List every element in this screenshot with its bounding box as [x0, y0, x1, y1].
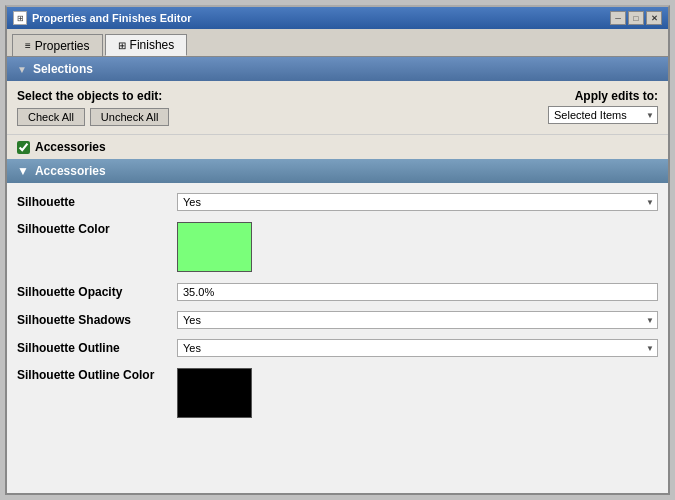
title-buttons: ─ □ ✕ — [610, 11, 662, 25]
silhouette-shadows-dropdown[interactable]: Yes No — [177, 311, 658, 329]
silhouette-color-label: Silhouette Color — [17, 222, 177, 236]
accessories-checkbox[interactable] — [17, 141, 30, 154]
silhouette-opacity-row: Silhouette Opacity — [7, 278, 668, 306]
selections-header: ▼ Selections — [7, 57, 668, 81]
silhouette-outline-value: Yes No — [177, 339, 658, 357]
selection-buttons: Check All Uncheck All — [17, 108, 169, 126]
accessories-section-header: ▼ Accessories — [7, 159, 668, 183]
silhouette-value: Yes No — [177, 193, 658, 211]
silhouette-dropdown-wrapper: Yes No — [177, 193, 658, 211]
silhouette-shadows-label: Silhouette Shadows — [17, 313, 177, 327]
tabs-bar: ≡ Properties ⊞ Finishes — [7, 29, 668, 57]
tab-properties-label: Properties — [35, 39, 90, 53]
window-icon: ⊞ — [13, 11, 27, 25]
maximize-button[interactable]: □ — [628, 11, 644, 25]
silhouette-opacity-label: Silhouette Opacity — [17, 285, 177, 299]
silhouette-shadows-row: Silhouette Shadows Yes No — [7, 306, 668, 334]
silhouette-outline-row: Silhouette Outline Yes No — [7, 334, 668, 362]
properties-tab-icon: ≡ — [25, 40, 31, 51]
silhouette-shadows-value: Yes No — [177, 311, 658, 329]
finishes-tab-icon: ⊞ — [118, 40, 126, 51]
silhouette-outline-label: Silhouette Outline — [17, 341, 177, 355]
apply-edits-group: Apply edits to: Selected Items All Items — [548, 89, 658, 124]
accessories-checkbox-row: Accessories — [7, 134, 668, 159]
silhouette-outline-color-row: Silhouette Outline Color — [7, 362, 668, 424]
accessories-chevron: ▼ — [17, 164, 29, 178]
properties-grid: Silhouette Yes No Silhouette Color — [7, 183, 668, 429]
title-bar-left: ⊞ Properties and Finishes Editor — [13, 11, 192, 25]
silhouette-opacity-value — [177, 283, 658, 301]
silhouette-label: Silhouette — [17, 195, 177, 209]
title-bar: ⊞ Properties and Finishes Editor ─ □ ✕ — [7, 7, 668, 29]
silhouette-opacity-input[interactable] — [177, 283, 658, 301]
selections-chevron: ▼ — [17, 64, 27, 75]
silhouette-outline-dropdown-wrapper: Yes No — [177, 339, 658, 357]
silhouette-color-row: Silhouette Color — [7, 216, 668, 278]
accessories-section-label: Accessories — [35, 164, 106, 178]
silhouette-dropdown[interactable]: Yes No — [177, 193, 658, 211]
minimize-button[interactable]: ─ — [610, 11, 626, 25]
apply-edits-label: Apply edits to: — [575, 89, 658, 103]
silhouette-outline-color-value — [177, 368, 658, 418]
selections-header-label: Selections — [33, 62, 93, 76]
uncheck-all-button[interactable]: Uncheck All — [90, 108, 169, 126]
silhouette-color-swatch[interactable] — [177, 222, 252, 272]
silhouette-outline-color-label: Silhouette Outline Color — [17, 368, 177, 382]
apply-edits-dropdown[interactable]: Selected Items All Items — [548, 106, 658, 124]
selections-area: Select the objects to edit: Check All Un… — [7, 81, 668, 134]
tab-properties[interactable]: ≡ Properties — [12, 34, 103, 56]
check-all-button[interactable]: Check All — [17, 108, 85, 126]
silhouette-color-value — [177, 222, 658, 272]
apply-edits-dropdown-wrapper: Selected Items All Items — [548, 106, 658, 124]
silhouette-shadows-dropdown-wrapper: Yes No — [177, 311, 658, 329]
silhouette-row: Silhouette Yes No — [7, 188, 668, 216]
select-objects-group: Select the objects to edit: Check All Un… — [17, 89, 169, 126]
silhouette-outline-color-swatch[interactable] — [177, 368, 252, 418]
tab-finishes-label: Finishes — [130, 38, 175, 52]
close-button[interactable]: ✕ — [646, 11, 662, 25]
main-window: ⊞ Properties and Finishes Editor ─ □ ✕ ≡… — [5, 5, 670, 495]
select-objects-label: Select the objects to edit: — [17, 89, 169, 103]
window-title: Properties and Finishes Editor — [32, 12, 192, 24]
accessories-checkbox-label: Accessories — [35, 140, 106, 154]
content-area: ▼ Selections Select the objects to edit:… — [7, 57, 668, 493]
tab-finishes[interactable]: ⊞ Finishes — [105, 34, 188, 56]
silhouette-outline-dropdown[interactable]: Yes No — [177, 339, 658, 357]
